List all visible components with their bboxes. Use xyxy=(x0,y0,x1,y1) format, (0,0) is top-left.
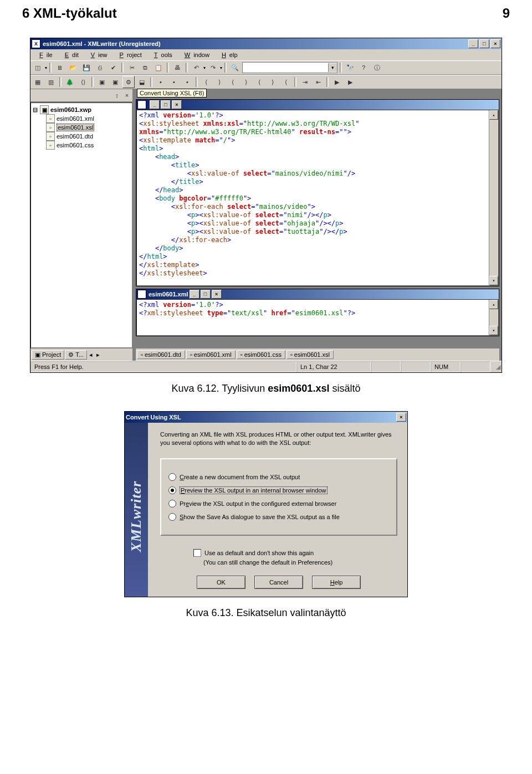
menu-help[interactable]: Help xyxy=(215,50,241,59)
doc-icon[interactable]: 🗎 xyxy=(54,61,66,74)
help-icon[interactable]: ? xyxy=(357,61,370,74)
toolbar-2: ▦ ▥ 🌲 ⟨⟩ ▣ ▣ ⚙ ⬓ • • • ⟨ ⟩ ⟨ ⟩ ⟨ ⟩ ⟨ ⇥ ⇤ xyxy=(30,75,502,89)
menu-project[interactable]: Project xyxy=(113,50,145,59)
doc-tab[interactable]: ▫esim0601.xsl xyxy=(287,350,334,359)
misc2-icon[interactable]: ▣ xyxy=(109,76,121,88)
misc1-icon[interactable]: ▣ xyxy=(96,76,108,88)
resize-grip-icon[interactable]: ◢ xyxy=(490,363,502,371)
about-icon[interactable]: ⓘ xyxy=(371,61,383,74)
panel-pin-icon[interactable]: ↕ xyxy=(112,91,121,100)
elem3-icon[interactable]: • xyxy=(181,76,193,88)
radio-option-3[interactable]: Show the Save As dialogue to save the XS… xyxy=(168,513,389,521)
scrollbar[interactable]: ▴ ▾ xyxy=(489,300,498,335)
menu-edit[interactable]: Edit xyxy=(58,50,82,59)
validate-icon[interactable]: ✔ xyxy=(107,61,119,74)
child-window-xsl: x _ □ × <?xml version='1.0'?> <xsl:style… xyxy=(136,99,499,286)
run2-icon[interactable]: ▶ xyxy=(344,76,356,88)
redo-icon[interactable]: ↷ xyxy=(207,61,219,74)
convert-xsl-icon[interactable]: ⚙ xyxy=(122,76,135,88)
ok-button[interactable]: OK xyxy=(197,576,245,589)
file-icon: ▫ xyxy=(46,123,55,132)
tree-item[interactable]: ▫esim0601.dtd xyxy=(32,132,131,141)
cut-icon[interactable]: ✂ xyxy=(126,61,138,74)
br7-icon[interactable]: ⟨ xyxy=(280,76,292,88)
dialog-close-button[interactable]: × xyxy=(396,413,406,422)
copy-icon[interactable]: ⧉ xyxy=(139,61,151,74)
run1-icon[interactable]: ▶ xyxy=(331,76,343,88)
undo-icon[interactable]: ↶ xyxy=(190,61,202,74)
radio-label: Preview the XSL output in an internal br… xyxy=(180,486,328,494)
help-button[interactable]: Help xyxy=(312,576,361,589)
child-min-button[interactable]: _ xyxy=(190,290,200,299)
new-icon[interactable]: ◫ xyxy=(32,61,44,74)
br5-icon[interactable]: ⟨ xyxy=(253,76,265,88)
find-combo[interactable]: ▾ xyxy=(242,62,337,73)
tab-project[interactable]: ▣Project xyxy=(32,350,64,360)
indent-icon[interactable]: ⇥ xyxy=(299,76,311,88)
doc-tab[interactable]: ▫esim0601.css xyxy=(237,350,285,359)
radio-option-1[interactable]: Preview the XSL output in an internal br… xyxy=(168,486,389,494)
titlebar[interactable]: X esim0601.xml - XMLwriter (Unregistered… xyxy=(30,38,502,49)
checkbox-icon[interactable] xyxy=(193,549,201,557)
doc-tab[interactable]: ▫esim0601.dtd xyxy=(137,350,185,359)
radio-icon[interactable] xyxy=(168,500,176,508)
radio-icon[interactable] xyxy=(168,513,176,521)
binoculars-icon[interactable]: 🔭 xyxy=(344,61,356,74)
code-editor-xml[interactable]: <?xml version='1.0'?> <?xml:stylesheet t… xyxy=(136,299,499,336)
document-tabs: ▫esim0601.dtd▫esim0601.xml▫esim0601.css▫… xyxy=(136,348,499,361)
tab-scroll-right-icon[interactable]: ▸ xyxy=(95,351,101,358)
child-min-button[interactable]: _ xyxy=(150,100,160,109)
br3-icon[interactable]: ⟨ xyxy=(227,76,239,88)
project-tree[interactable]: ⊟▣esim0601.xwp▫esim0601.xml▫esim0601.xsl… xyxy=(30,102,132,348)
radio-option-2[interactable]: Preview the XSL output in the configured… xyxy=(168,500,389,508)
child-close-button[interactable]: × xyxy=(172,100,182,109)
view2-icon[interactable]: ▥ xyxy=(45,76,57,88)
child-max-button[interactable]: □ xyxy=(161,100,171,109)
scroll-down-icon[interactable]: ▾ xyxy=(489,326,498,335)
paste-icon[interactable]: 📋 xyxy=(152,61,165,74)
scroll-down-icon[interactable]: ▾ xyxy=(489,276,498,285)
save-icon[interactable]: 💾 xyxy=(80,61,93,74)
elem1-icon[interactable]: • xyxy=(155,76,167,88)
find-icon[interactable]: 🔍 xyxy=(229,61,241,74)
child-close-button[interactable]: × xyxy=(212,290,222,299)
menu-view[interactable]: View xyxy=(84,50,111,59)
tree-item[interactable]: ▫esim0601.css xyxy=(32,141,131,150)
scroll-up-icon[interactable]: ▴ xyxy=(489,300,498,309)
maximize-button[interactable]: □ xyxy=(479,39,489,48)
view1-icon[interactable]: ▦ xyxy=(32,76,44,88)
scroll-up-icon[interactable]: ▴ xyxy=(489,110,498,120)
outdent-icon[interactable]: ⇤ xyxy=(312,76,324,88)
dialog-default-checkbox-row[interactable]: Use as default and don't show this again xyxy=(193,549,397,557)
cancel-button[interactable]: Cancel xyxy=(254,576,303,589)
elem2-icon[interactable]: • xyxy=(168,76,180,88)
tree-item[interactable]: ▫esim0601.xsl xyxy=(32,123,131,132)
menu-window[interactable]: Window xyxy=(178,50,213,59)
br2-icon[interactable]: ⟩ xyxy=(213,76,226,88)
radio-option-0[interactable]: Create a new document from the XSL outpu… xyxy=(168,473,389,481)
open-icon[interactable]: 📂 xyxy=(67,61,79,74)
menu-tools[interactable]: Tools xyxy=(147,50,176,59)
saveall-icon[interactable]: ⎙ xyxy=(94,61,106,74)
code-editor-xsl[interactable]: <?xml version='1.0'?> <xsl:stylesheet xm… xyxy=(136,110,499,286)
scrollbar[interactable]: ▴ ▾ xyxy=(489,110,498,285)
close-button[interactable]: × xyxy=(490,39,500,48)
tree-icon[interactable]: 🌲 xyxy=(64,76,76,88)
br6-icon[interactable]: ⟩ xyxy=(267,76,279,88)
br4-icon[interactable]: ⟩ xyxy=(240,76,252,88)
misc3-icon[interactable]: ⬓ xyxy=(136,76,148,88)
tag-icon[interactable]: ⟨⟩ xyxy=(77,76,89,88)
doc-tab[interactable]: ▫esim0601.xml xyxy=(186,350,236,359)
child-max-button[interactable]: □ xyxy=(201,290,211,299)
print-icon[interactable]: 🖶 xyxy=(171,61,183,74)
tab-other[interactable]: ⚙T... xyxy=(65,350,87,360)
tab-scroll-left-icon[interactable]: ◂ xyxy=(88,351,94,358)
minimize-button[interactable]: _ xyxy=(468,39,478,48)
tree-root[interactable]: ⊟▣esim0601.xwp xyxy=(32,105,131,114)
br1-icon[interactable]: ⟨ xyxy=(200,76,212,88)
menu-file[interactable]: File xyxy=(33,50,56,59)
panel-close-icon[interactable]: × xyxy=(122,91,131,100)
radio-icon[interactable] xyxy=(168,486,176,494)
radio-icon[interactable] xyxy=(168,473,176,481)
tree-item[interactable]: ▫esim0601.xml xyxy=(32,114,131,123)
